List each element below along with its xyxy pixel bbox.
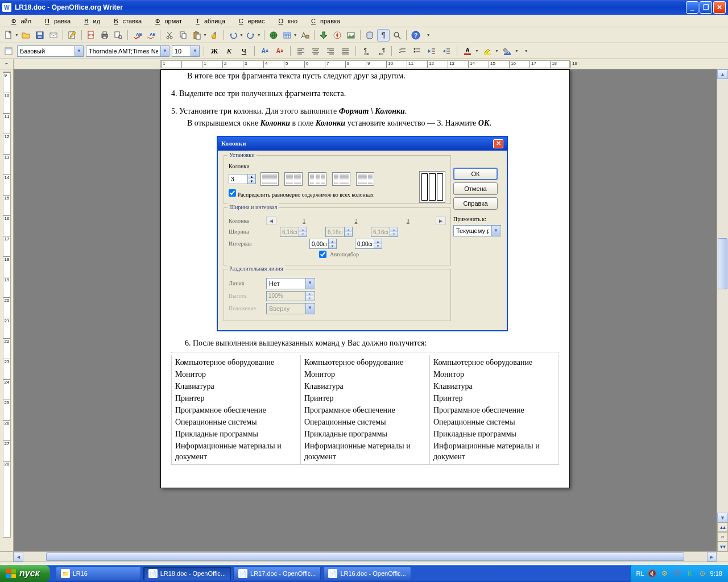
gallery-icon[interactable] [345, 29, 357, 41]
save-icon[interactable] [34, 29, 46, 41]
copy-icon[interactable] [177, 29, 189, 41]
email-icon[interactable] [47, 29, 60, 41]
dropdown-arrow-icon[interactable]: ▼ [160, 46, 169, 56]
undo-icon[interactable] [227, 29, 239, 41]
menu-файл[interactable]: Файл [2, 16, 36, 26]
align-right-icon[interactable] [324, 45, 337, 57]
menu-вставка[interactable]: Вставка [105, 16, 146, 26]
bullet-list-icon[interactable] [411, 45, 423, 57]
menu-сервис[interactable]: Сервис [230, 16, 270, 26]
auto-spellcheck-icon[interactable]: ABC [144, 29, 157, 41]
dropdown-arrow-icon[interactable]: ▼ [293, 33, 297, 37]
find-icon[interactable] [317, 29, 330, 41]
dropdown-arrow-icon[interactable]: ▼ [75, 46, 83, 56]
bold-icon[interactable]: Ж [208, 45, 221, 57]
menu-вид[interactable]: Вид [75, 16, 105, 26]
clock[interactable]: 9:18 [710, 570, 722, 577]
italic-icon[interactable]: К [223, 45, 235, 57]
scroll-down-button[interactable]: ▼ [717, 513, 728, 522]
rtl-icon[interactable]: ¶ [375, 45, 387, 57]
decrease-indent-icon[interactable] [425, 45, 438, 57]
zoom-icon[interactable] [391, 29, 403, 41]
tray-icon[interactable]: К [685, 569, 694, 578]
menu-таблица[interactable]: Таблица [187, 16, 230, 26]
spellcheck-icon[interactable]: ABC [131, 29, 143, 41]
edit-doc-icon[interactable] [66, 29, 78, 41]
dropdown-arrow-icon[interactable]: ▼ [475, 49, 479, 53]
taskbar-task[interactable]: 📄LR16.doc - OpenOffic... [323, 567, 411, 580]
menu-окно[interactable]: Окно [269, 16, 302, 26]
open-folder-icon[interactable] [20, 29, 32, 41]
dropdown-arrow-icon[interactable]: ▼ [257, 33, 261, 37]
toolbar-options-icon[interactable]: ▼ [427, 33, 431, 37]
format-paintbrush-icon[interactable] [208, 29, 221, 41]
taskbar-task[interactable]: 📄LR17.doc - OpenOffic... [233, 567, 321, 580]
align-justify-icon[interactable] [339, 45, 351, 57]
dropdown-arrow-icon[interactable]: ▼ [515, 49, 519, 53]
increase-indent-icon[interactable] [440, 45, 453, 57]
dropdown-arrow-icon[interactable]: ▼ [191, 46, 199, 56]
styles-window-icon[interactable] [2, 45, 15, 57]
font-name-combo[interactable]: ▼ [86, 45, 169, 57]
menu-формат[interactable]: Формат [146, 16, 187, 26]
app-icon: W [2, 3, 11, 12]
help-icon[interactable]: ? [410, 29, 422, 41]
next-page-button[interactable]: ▾▾ [717, 542, 728, 551]
cut-icon[interactable] [163, 29, 176, 41]
export-pdf-icon[interactable]: PDF [85, 29, 97, 41]
minimize-button[interactable]: _ [686, 1, 698, 14]
redo-icon[interactable] [245, 29, 257, 41]
paste-icon[interactable] [191, 29, 203, 41]
close-button[interactable]: ✕ [713, 1, 726, 14]
print-icon[interactable] [98, 29, 111, 41]
taskbar-task[interactable]: 📁LR16 [56, 567, 141, 580]
font-size-combo[interactable]: ▼ [172, 45, 200, 57]
taskbar-task[interactable]: 📄LR18.doc - OpenOffic... [143, 567, 231, 580]
ltr-icon[interactable]: ¶ [360, 45, 373, 57]
system-tray[interactable]: RL 🔇 ⚙ 🛡 К ⊙ 9:18 [630, 565, 728, 582]
list-item: Информационные материалы и документ [304, 441, 426, 463]
paragraph-style-combo[interactable]: ▼ [17, 45, 84, 57]
scroll-up-button[interactable]: ▲ [717, 69, 728, 79]
nav-target-button[interactable]: ○ [717, 532, 728, 542]
tray-icon[interactable]: ⚙ [660, 569, 669, 578]
tray-icon[interactable]: 🛡 [673, 569, 682, 578]
navigator-icon[interactable] [331, 29, 344, 41]
highlight-icon[interactable] [481, 45, 494, 57]
underline-icon[interactable]: Ч [238, 45, 250, 57]
tray-icon[interactable]: 🔇 [648, 569, 657, 578]
scroll-right-button[interactable]: ► [707, 552, 717, 562]
language-indicator[interactable]: RL [636, 570, 644, 577]
print-preview-icon[interactable] [112, 29, 125, 41]
superscript-icon[interactable]: AA [259, 45, 271, 57]
maximize-button[interactable]: ❐ [700, 1, 712, 14]
numbered-list-icon[interactable]: 12 [396, 45, 408, 57]
menu-правка[interactable]: Правка [36, 16, 75, 26]
new-doc-icon[interactable] [2, 29, 15, 41]
subscript-icon[interactable]: AA [274, 45, 286, 57]
scroll-thumb[interactable] [718, 238, 727, 289]
tray-icon[interactable]: ⊙ [698, 569, 707, 578]
dropdown-arrow-icon[interactable]: ▼ [203, 33, 207, 37]
dropdown-arrow-icon[interactable]: ▼ [495, 49, 499, 53]
drawing-icon[interactable] [299, 29, 311, 41]
toolbar-options-icon[interactable]: ▼ [524, 49, 528, 53]
prev-page-button[interactable]: ▴▴ [717, 522, 728, 532]
scroll-left-button[interactable]: ◄ [14, 552, 23, 562]
table-icon[interactable] [281, 29, 293, 41]
dropdown-arrow-icon[interactable]: ▼ [15, 33, 19, 37]
align-left-icon[interactable] [295, 45, 307, 57]
align-center-icon[interactable] [309, 45, 322, 57]
scroll-thumb[interactable] [46, 552, 684, 561]
start-button[interactable]: пуск [0, 565, 50, 582]
font-color-icon[interactable]: A [461, 45, 474, 57]
hyperlink-icon[interactable] [267, 29, 280, 41]
nonprinting-chars-icon[interactable]: ¶ [377, 29, 390, 41]
horizontal-scrollbar[interactable]: ◄ ► [0, 551, 728, 562]
vertical-scrollbar[interactable]: ▲ ▼ ▴▴ ○ ▾▾ [717, 69, 728, 551]
background-color-icon[interactable] [501, 45, 514, 57]
menu-справка[interactable]: Справка [302, 16, 345, 26]
dropdown-arrow-icon[interactable]: ▼ [239, 33, 243, 37]
document-area[interactable]: В итоге все три фрагмента текста пусть с… [14, 69, 717, 551]
datasources-icon[interactable] [363, 29, 376, 41]
